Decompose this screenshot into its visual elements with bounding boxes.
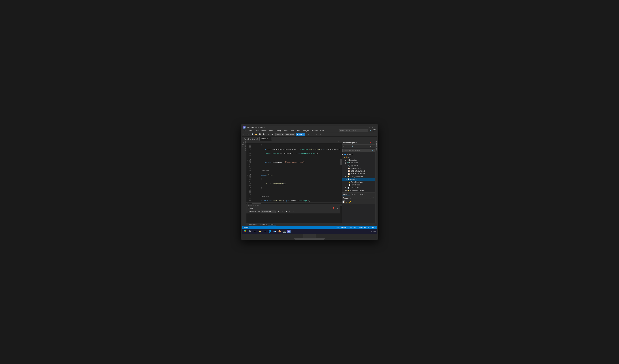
panel-tab-class[interactable]: Class...	[358, 193, 366, 196]
menu-test[interactable]: Test	[296, 129, 301, 132]
panel-tab-team[interactable]: Team...	[350, 193, 358, 196]
tree-item-ca[interactable]: ▼ 🏗️ Ca	[342, 156, 375, 159]
props-pin-icon[interactable]: 📌	[369, 197, 372, 199]
menu-window[interactable]: Window	[310, 129, 319, 132]
taskbar-app2-icon[interactable]: 📷	[282, 229, 287, 234]
props-icon-1[interactable]: 📋	[342, 200, 345, 203]
sol-toolbar-search-icon[interactable]: 🔍	[352, 145, 354, 148]
output-toolbar-3[interactable]: ⏹	[284, 210, 288, 213]
quick-launch-input[interactable]: Quick Launch (Ctrl+Q)	[339, 129, 368, 132]
sol-pin-icon[interactable]: 📌	[369, 141, 371, 144]
save-icon[interactable]: 💾	[258, 133, 262, 136]
tree-item-csiposlib[interactable]: 📋 CSIPOSLib.dll	[342, 167, 375, 170]
menu-tools[interactable]: Tools	[289, 129, 295, 132]
collapse-icon[interactable]: ▼	[337, 141, 339, 143]
solution-search-input[interactable]	[343, 150, 372, 151]
scroll-left[interactable]: ◁	[255, 204, 256, 206]
tree-item-properties[interactable]: ▶ ⚙ Properties	[342, 159, 375, 161]
tree-item-windowspos[interactable]: ▶ 📁 WindowsPOSPrint	[342, 189, 375, 192]
tab-form1-cs-close[interactable]: ✕	[269, 138, 270, 140]
menu-file[interactable]: File	[242, 129, 248, 132]
taskbar-vs-icon[interactable]: VS	[287, 230, 291, 233]
taskbar-chrome-icon[interactable]: 🌐	[267, 229, 272, 234]
start-button[interactable]	[243, 229, 247, 234]
tree-item-programcs[interactable]: ▶ 📄 Program.cs	[342, 186, 375, 189]
sol-toolbar-sync-icon[interactable]: ⟳	[342, 145, 345, 148]
output-tab-output[interactable]: Output	[268, 223, 276, 226]
output-pin-icon[interactable]: 📌	[332, 207, 335, 210]
config-dropdown[interactable]: Debug ▾	[275, 133, 284, 136]
search-icon[interactable]: 🔍	[369, 129, 372, 132]
expand-icon[interactable]: +	[339, 141, 340, 143]
sol-toolbar-filter-icon[interactable]: ≡	[349, 145, 351, 148]
sol-collapse-icon[interactable]: ◁	[369, 145, 372, 148]
tree-item-references[interactable]: ▶ ⬡ References	[342, 161, 375, 164]
tree-item-formprintoption[interactable]: ▶ 📁 Form_PrintOption	[342, 175, 375, 178]
panel-tab-solution[interactable]: Soluti...	[342, 193, 350, 196]
step-in-icon[interactable]: ↓	[319, 133, 322, 136]
tree-item-form1design[interactable]: 📐 Form1.Designe	[342, 181, 375, 183]
output-source-dropdown[interactable]: IntelliSense ▾	[261, 210, 276, 213]
menu-team[interactable]: Team	[282, 129, 289, 132]
menu-edit[interactable]: Edit	[248, 129, 253, 132]
taskbar-search-icon[interactable]: 🔍	[248, 229, 252, 234]
tab-form1-cs[interactable]: Form1.cs ✕	[259, 137, 272, 140]
horizontal-scrollbar[interactable]: ◁ ▷	[246, 202, 342, 204]
taskbar-outlook-icon[interactable]: 📧	[272, 229, 277, 234]
redo-icon[interactable]: ↪	[270, 133, 274, 136]
tree-item-solution[interactable]: ▶ 🔷 Solution	[342, 153, 375, 156]
output-toolbar-1[interactable]: ▶	[277, 210, 281, 213]
sol-toolbar-new-icon[interactable]: +	[345, 145, 348, 148]
platform-dropdown[interactable]: Any CPU ▾	[284, 133, 295, 136]
menu-view[interactable]: View	[254, 129, 260, 132]
save-all-icon[interactable]: 💾	[262, 133, 265, 136]
taskbar-app1-icon[interactable]: 🎨	[277, 229, 282, 234]
start-button[interactable]: ▶ Start ▾	[296, 133, 305, 136]
output-toolbar-4[interactable]: ≡	[288, 210, 292, 213]
taskbar-taskview-icon[interactable]: ▤	[253, 229, 257, 234]
sol-expand-icon[interactable]: ▷	[372, 145, 375, 148]
open-icon[interactable]: 📂	[254, 133, 258, 136]
user-icon[interactable]: Lars ▼	[373, 129, 377, 132]
output-toolbar-5[interactable]: ⟳	[292, 210, 295, 213]
props-close-icon[interactable]: ✕	[372, 197, 374, 199]
tree-item-form1cs[interactable]: ▼ 📄 Form1.cs	[342, 178, 375, 181]
solution-explorer-section: Solution Explorer 📌 ✕ ⟳ + ≡ 🔍 ◁ ▷	[342, 140, 375, 192]
sol-close-icon[interactable]: ✕	[372, 141, 374, 144]
menu-debug[interactable]: Debug	[274, 129, 282, 132]
tree-form1resx-label: Form1.resx	[351, 184, 360, 186]
taskbar-mail-icon[interactable]: ✉	[263, 229, 267, 234]
menu-build[interactable]: Build	[268, 129, 274, 132]
output-close-icon[interactable]: ✕	[336, 207, 339, 210]
code-editor[interactable]: { private com.citizen.sdk.poslayout.Prin…	[252, 143, 340, 202]
solution-search-bar[interactable]: 🔍	[342, 149, 375, 152]
menu-analyze[interactable]: Analyze	[302, 129, 310, 132]
back-button[interactable]: ◁	[242, 133, 246, 136]
tree-item-appconfig[interactable]: 🔧 app.config	[342, 164, 375, 167]
breakpoint-icon[interactable]: ⏸	[311, 133, 314, 136]
output-tab-errorlist[interactable]: Error List	[259, 223, 268, 226]
menu-help[interactable]: Help	[319, 129, 325, 132]
output-tab-interactive[interactable]: C# Interactive	[246, 223, 259, 226]
minimize-button[interactable]: ─	[368, 126, 370, 128]
output-toolbar-2[interactable]: ⏸	[281, 210, 284, 213]
step-over-icon[interactable]: ⤵	[315, 133, 318, 136]
tree-item-csiposlibw64[interactable]: 📋 CSIPOSLibW64.dll	[342, 172, 375, 175]
editor-scrollbar[interactable]	[340, 143, 342, 202]
props-icon-2[interactable]: ⚡	[345, 200, 348, 203]
close-button[interactable]: ✕	[374, 126, 376, 128]
taskbar-explorer-icon[interactable]: 📁	[258, 229, 262, 234]
undo-icon[interactable]: ↩	[267, 133, 270, 136]
source-control-button[interactable]: ↑ Add to Source Control ▼	[358, 227, 376, 228]
tab-form1-design[interactable]: Form1.cs [Design]	[242, 137, 259, 140]
tree-item-csiposlibw32[interactable]: 📋 CSIPOSLibW32.dll	[342, 170, 375, 172]
menu-project[interactable]: Project	[260, 129, 267, 132]
new-file-icon[interactable]: 📄	[251, 133, 254, 136]
props-icon-3[interactable]: 🔑	[349, 200, 351, 203]
attach-icon[interactable]: 📎	[307, 133, 310, 136]
restore-button[interactable]: □	[371, 126, 373, 128]
code-container[interactable]: 35 36 37 38 39 40 1 ref 41 42 43 44 45	[246, 143, 342, 202]
tree-item-form1resx[interactable]: 📄 Form1.resx	[342, 183, 375, 186]
forward-button[interactable]: ▷	[246, 133, 250, 136]
scroll-right[interactable]: ▷	[257, 204, 259, 206]
